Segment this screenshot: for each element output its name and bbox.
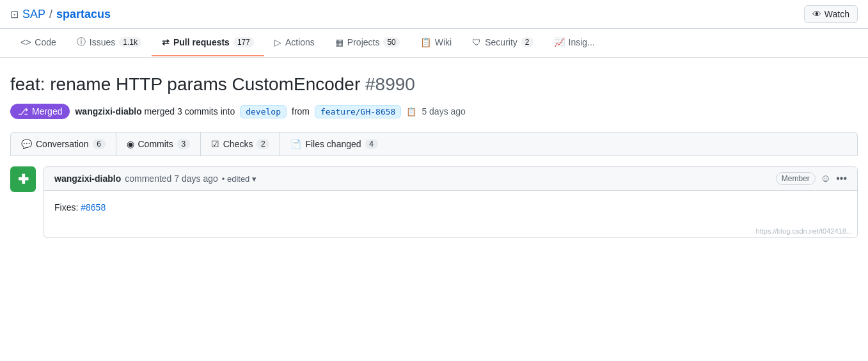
pr-tab-commits[interactable]: ◉ Commits 3 (116, 132, 201, 156)
projects-badge: 50 (383, 37, 399, 47)
member-badge: Member (776, 172, 816, 185)
pr-tab-conversation[interactable]: 💬 Conversation 6 (11, 132, 116, 156)
repo-link[interactable]: spartacus (56, 8, 111, 21)
base-branch[interactable]: develop (240, 105, 287, 118)
actions-icon: ▷ (274, 37, 281, 47)
tab-actions[interactable]: ▷ Actions (264, 29, 325, 56)
watermark: https://blog.csdn.net/t042418... (44, 225, 857, 237)
chevron-down-icon: ▾ (252, 174, 256, 184)
commenter-link[interactable]: wangzixi-diablo (54, 173, 121, 184)
tab-code[interactable]: <> Code (10, 29, 67, 56)
security-icon: 🛡 (472, 37, 481, 47)
pr-icon: ⇄ (162, 37, 170, 47)
pr-tab-checks[interactable]: ☑ Checks 2 (201, 132, 281, 156)
pr-number: #8990 (365, 74, 415, 94)
merge-icon: ⎇ (18, 106, 28, 116)
comment-section: ✚ wangzixi-diablo commented 7 days ago •… (10, 166, 858, 238)
comment-header-right: Member ☺ ••• (776, 172, 847, 185)
comment-header: wangzixi-diablo commented 7 days ago • e… (44, 167, 857, 191)
top-bar: ⊡ SAP / spartacus 👁 Watch (0, 0, 868, 29)
pr-tab-files-changed[interactable]: 📄 Files changed 4 (280, 132, 388, 156)
comment-header-left: wangzixi-diablo commented 7 days ago • e… (54, 173, 256, 184)
pr-title: feat: rename HTTP params CustomEncoder #… (10, 73, 858, 96)
eye-icon: 👁 (812, 9, 821, 19)
emoji-button[interactable]: ☺ (821, 173, 831, 184)
commits-badge: 3 (177, 139, 190, 149)
watch-button[interactable]: 👁 Watch (804, 5, 858, 23)
issues-icon: ⓘ (77, 36, 86, 48)
main-content: feat: rename HTTP params CustomEncoder #… (0, 58, 868, 238)
conversation-icon: 💬 (21, 139, 32, 149)
avatar: ✚ (10, 166, 36, 192)
checks-badge: 2 (256, 139, 269, 149)
pr-meta: ⎇ Merged wangzixi-diablo merged 3 commit… (10, 104, 858, 119)
head-branch[interactable]: feature/GH-8658 (315, 105, 401, 118)
tab-issues[interactable]: ⓘ Issues 1.1k (67, 29, 152, 57)
tab-projects[interactable]: ▦ Projects 50 (325, 29, 410, 56)
insights-icon: 📈 (554, 37, 565, 47)
files-icon: 📄 (290, 139, 301, 149)
pr-badge: 177 (233, 37, 254, 47)
org-link[interactable]: SAP (22, 8, 45, 21)
commits-icon: ◉ (127, 139, 134, 149)
time-ago: 5 days ago (422, 106, 466, 116)
tab-insights[interactable]: 📈 Insig... (544, 29, 605, 56)
fixes-link[interactable]: #8658 (81, 202, 106, 213)
pr-meta-text: wangzixi-diablo merged 3 commits into (75, 106, 235, 116)
more-options-button[interactable]: ••• (836, 173, 847, 184)
security-badge: 2 (521, 37, 533, 47)
files-badge: 4 (365, 139, 378, 149)
wiki-icon: 📋 (420, 37, 431, 47)
code-icon: <> (20, 37, 31, 47)
issues-badge: 1.1k (119, 37, 141, 47)
edit-dropdown[interactable]: • edited ▾ (222, 174, 257, 184)
repo-icon: ⊡ (10, 8, 19, 20)
repo-title: ⊡ SAP / spartacus (10, 8, 111, 21)
from-text: from (292, 106, 310, 116)
comment-box: wangzixi-diablo commented 7 days ago • e… (43, 166, 858, 238)
tab-pull-requests[interactable]: ⇄ Pull requests 177 (152, 29, 264, 56)
author-link[interactable]: wangzixi-diablo (75, 106, 141, 116)
tab-wiki[interactable]: 📋 Wiki (410, 29, 462, 56)
merged-badge: ⎇ Merged (10, 104, 70, 119)
clipboard-icon[interactable]: 📋 (406, 107, 416, 116)
checks-icon: ☑ (211, 139, 219, 149)
nav-tabs: <> Code ⓘ Issues 1.1k ⇄ Pull requests 17… (0, 29, 868, 58)
tab-security[interactable]: 🛡 Security 2 (462, 29, 543, 56)
comment-body: Fixes: #8658 (44, 191, 857, 225)
pr-tabs: 💬 Conversation 6 ◉ Commits 3 ☑ Checks 2 … (10, 132, 858, 156)
conversation-badge: 6 (93, 139, 106, 149)
separator: / (49, 8, 52, 21)
projects-icon: ▦ (335, 37, 343, 47)
